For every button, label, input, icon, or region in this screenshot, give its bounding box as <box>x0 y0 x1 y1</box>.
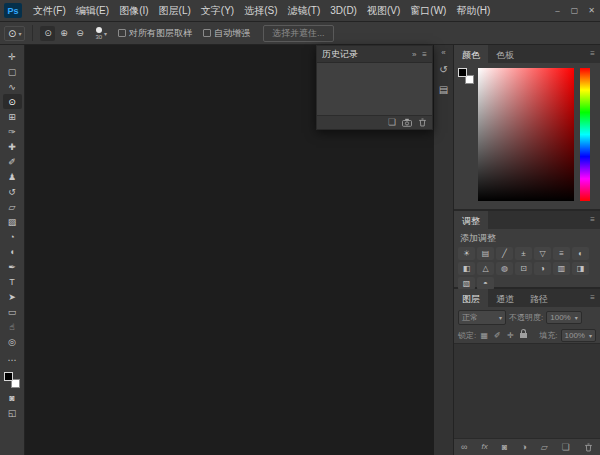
new-snapshot-icon[interactable] <box>402 118 412 127</box>
tab-paths[interactable]: 路径 <box>522 289 556 307</box>
clone-stamp-tool[interactable]: ♟ <box>3 169 22 184</box>
checkbox-box[interactable] <box>118 29 126 37</box>
panel-menu-icon[interactable]: ≡ <box>585 289 600 307</box>
tab-layers[interactable]: 图层 <box>454 289 488 307</box>
fill-input[interactable]: 100% ▾ <box>561 329 596 342</box>
history-panel-icon[interactable]: ↺ <box>436 61 452 77</box>
minimize-button[interactable]: – <box>549 0 566 22</box>
history-states-list[interactable] <box>317 63 432 115</box>
brightness-contrast-icon[interactable]: ☀ <box>458 247 475 260</box>
properties-panel-icon[interactable]: ▤ <box>436 81 452 97</box>
blur-tool[interactable]: ◔ <box>3 229 22 244</box>
curves-icon[interactable]: ╱ <box>496 247 513 260</box>
collapse-panel-icon[interactable]: » <box>412 50 416 59</box>
crop-tool[interactable]: ⊞ <box>3 109 22 124</box>
screen-mode-button[interactable]: ◱ <box>3 405 22 420</box>
edit-toolbar-icon[interactable]: ⋯ <box>3 352 22 367</box>
gradient-tool[interactable]: ▨ <box>3 214 22 229</box>
black-white-icon[interactable]: ◧ <box>458 262 475 275</box>
dodge-tool[interactable]: ◖ <box>3 244 22 259</box>
tab-channels[interactable]: 通道 <box>488 289 522 307</box>
checkbox-box[interactable] <box>203 29 211 37</box>
sample-all-layers-checkbox[interactable]: 对所有图层取样 <box>118 27 192 40</box>
tab-adjustments[interactable]: 调整 <box>454 211 488 229</box>
levels-icon[interactable]: ▤ <box>477 247 494 260</box>
history-brush-tool[interactable]: ↺ <box>3 184 22 199</box>
hue-slider[interactable] <box>580 68 590 201</box>
lock-image-pixels-icon[interactable]: ✐ <box>492 331 502 340</box>
menu-item[interactable]: 滤镜(T) <box>283 0 326 22</box>
photo-filter-icon[interactable]: △ <box>477 262 494 275</box>
auto-enhance-checkbox[interactable]: 自动增强 <box>203 27 250 40</box>
saturation-brightness-field[interactable] <box>478 68 574 201</box>
history-panel-header[interactable]: 历史记录 » ≡ <box>317 46 432 63</box>
color-swatches[interactable] <box>4 372 20 388</box>
menu-item[interactable]: 视图(V) <box>362 0 405 22</box>
vibrance-icon[interactable]: ▽ <box>534 247 551 260</box>
panel-menu-icon[interactable]: ≡ <box>585 45 600 63</box>
menu-item[interactable]: 窗口(W) <box>405 0 451 22</box>
marquee-tool[interactable]: ▢ <box>3 64 22 79</box>
select-and-mask-button[interactable]: 选择并遮住... <box>263 25 334 42</box>
channel-mixer-icon[interactable]: ◍ <box>496 262 513 275</box>
posterize-icon[interactable]: ▥ <box>553 262 570 275</box>
color-lookup-icon[interactable]: ⊡ <box>515 262 532 275</box>
menu-item[interactable]: 编辑(E) <box>71 0 114 22</box>
menu-item[interactable]: 文字(Y) <box>196 0 239 22</box>
tab-swatches[interactable]: 色板 <box>488 45 522 63</box>
menu-item[interactable]: 3D(D) <box>325 0 362 22</box>
layers-list[interactable] <box>454 343 600 439</box>
lock-all-icon[interactable] <box>518 330 528 340</box>
lock-transparent-pixels-icon[interactable]: ▦ <box>479 331 489 340</box>
layer-mask-icon[interactable]: ◙ <box>502 443 507 452</box>
zoom-tool[interactable]: ◎ <box>3 334 22 349</box>
foreground-color-swatch[interactable] <box>458 68 467 77</box>
panel-menu-icon[interactable]: ≡ <box>585 211 600 229</box>
quick-selection-tool[interactable]: ⊙ <box>3 94 22 109</box>
lock-position-icon[interactable]: ✛ <box>505 331 515 340</box>
blend-mode-select[interactable]: 正常 ▾ <box>458 310 506 325</box>
eraser-tool[interactable]: ▱ <box>3 199 22 214</box>
lasso-tool[interactable]: ∿ <box>3 79 22 94</box>
path-selection-tool[interactable]: ➤ <box>3 289 22 304</box>
new-layer-icon[interactable]: ❏ <box>562 443 570 452</box>
type-tool[interactable]: T <box>3 274 22 289</box>
quick-mask-button[interactable]: ◙ <box>3 390 22 405</box>
menu-item[interactable]: 选择(S) <box>239 0 282 22</box>
new-selection-icon[interactable]: ⊙ <box>40 26 55 41</box>
expand-panels-icon[interactable]: « <box>441 48 445 57</box>
panel-color-swatches[interactable] <box>458 68 474 84</box>
close-button[interactable]: ✕ <box>583 0 600 22</box>
hand-tool[interactable]: ☝ <box>3 319 22 334</box>
menu-item[interactable]: 图像(I) <box>114 0 153 22</box>
healing-brush-tool[interactable]: ✚ <box>3 139 22 154</box>
add-to-selection-icon[interactable]: ⊕ <box>56 26 71 41</box>
subtract-from-selection-icon[interactable]: ⊖ <box>72 26 87 41</box>
layer-style-icon[interactable]: fx <box>482 443 488 451</box>
brush-tool[interactable]: ✐ <box>3 154 22 169</box>
foreground-color-swatch[interactable] <box>4 372 13 381</box>
brush-size-picker[interactable]: 30 ▾ <box>95 27 107 40</box>
hue-saturation-icon[interactable]: ≡ <box>553 247 570 260</box>
menu-item[interactable]: 图层(L) <box>154 0 196 22</box>
menu-item[interactable]: 帮助(H) <box>451 0 495 22</box>
tab-color[interactable]: 颜色 <box>454 45 488 63</box>
tool-preset-picker[interactable]: ⊙ ▾ <box>4 26 25 41</box>
exposure-icon[interactable]: ± <box>515 247 532 260</box>
restore-button[interactable]: ▢ <box>566 0 583 22</box>
shape-tool[interactable]: ▭ <box>3 304 22 319</box>
eyedropper-tool[interactable]: ✑ <box>3 124 22 139</box>
pen-tool[interactable]: ✒ <box>3 259 22 274</box>
delete-state-icon[interactable] <box>418 118 427 127</box>
color-balance-icon[interactable]: ◐ <box>572 247 589 260</box>
opacity-input[interactable]: 100% ▾ <box>546 311 581 324</box>
threshold-icon[interactable]: ◨ <box>572 262 589 275</box>
panel-menu-icon[interactable]: ≡ <box>422 50 427 59</box>
adjustment-layer-icon[interactable]: ◑ <box>521 443 526 452</box>
new-document-from-state-icon[interactable]: ❏ <box>388 118 396 127</box>
menu-item[interactable]: 文件(F) <box>28 0 71 22</box>
delete-layer-icon[interactable] <box>584 443 593 452</box>
invert-icon[interactable]: ◑ <box>534 262 551 275</box>
link-layers-icon[interactable]: ∞ <box>461 443 467 452</box>
new-group-icon[interactable]: ▱ <box>541 443 548 452</box>
